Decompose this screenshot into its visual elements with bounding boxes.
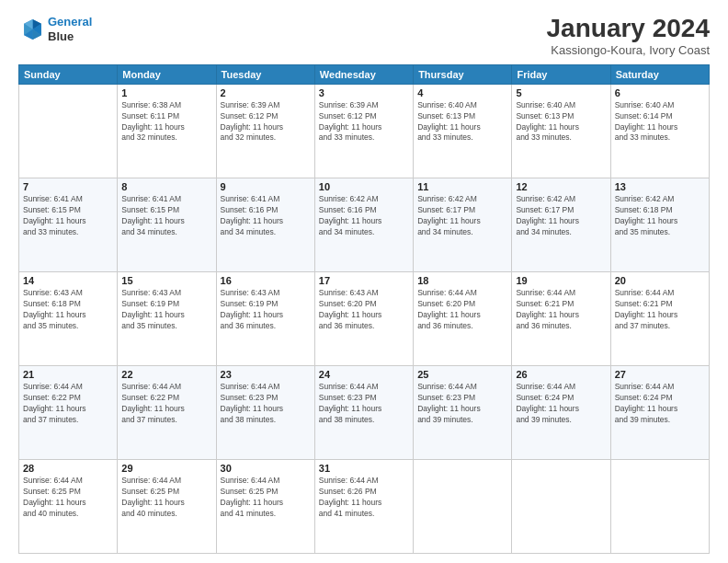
calendar-cell — [512, 459, 610, 553]
day-number: 17 — [319, 275, 409, 286]
calendar-cell: 25Sunrise: 6:44 AMSunset: 6:23 PMDayligh… — [414, 365, 512, 459]
calendar-cell — [610, 459, 709, 553]
day-number: 24 — [319, 369, 409, 380]
day-info: Sunrise: 6:43 AMSunset: 6:19 PMDaylight:… — [121, 288, 211, 332]
calendar-cell: 19Sunrise: 6:44 AMSunset: 6:21 PMDayligh… — [512, 271, 610, 365]
title-block: January 2024 Kassiongo-Koura, Ivory Coas… — [547, 15, 710, 57]
day-info: Sunrise: 6:42 AMSunset: 6:17 PMDaylight:… — [417, 194, 507, 238]
day-info: Sunrise: 6:42 AMSunset: 6:17 PMDaylight:… — [516, 194, 606, 238]
calendar-cell: 31Sunrise: 6:44 AMSunset: 6:26 PMDayligh… — [314, 459, 413, 553]
day-info: Sunrise: 6:44 AMSunset: 6:22 PMDaylight:… — [23, 382, 113, 426]
day-number: 14 — [23, 275, 113, 286]
calendar-cell: 29Sunrise: 6:44 AMSunset: 6:25 PMDayligh… — [118, 459, 216, 553]
day-number: 6 — [615, 87, 705, 98]
day-number: 18 — [417, 275, 507, 286]
day-info: Sunrise: 6:41 AMSunset: 6:15 PMDaylight:… — [121, 194, 211, 238]
calendar-cell: 14Sunrise: 6:43 AMSunset: 6:18 PMDayligh… — [19, 271, 118, 365]
day-info: Sunrise: 6:44 AMSunset: 6:25 PMDaylight:… — [23, 476, 113, 520]
day-info: Sunrise: 6:44 AMSunset: 6:21 PMDaylight:… — [516, 288, 606, 332]
calendar-cell: 30Sunrise: 6:44 AMSunset: 6:25 PMDayligh… — [216, 459, 314, 553]
calendar-week-4: 21Sunrise: 6:44 AMSunset: 6:22 PMDayligh… — [19, 365, 710, 459]
calendar-cell: 23Sunrise: 6:44 AMSunset: 6:23 PMDayligh… — [216, 365, 314, 459]
day-number: 20 — [615, 275, 705, 286]
logo-text: General Blue — [48, 15, 92, 43]
subtitle: Kassiongo-Koura, Ivory Coast — [547, 43, 710, 57]
header: General Blue January 2024 Kassiongo-Kour… — [18, 15, 710, 57]
calendar-cell: 17Sunrise: 6:43 AMSunset: 6:20 PMDayligh… — [314, 271, 413, 365]
day-info: Sunrise: 6:44 AMSunset: 6:25 PMDaylight:… — [121, 476, 211, 520]
day-info: Sunrise: 6:44 AMSunset: 6:24 PMDaylight:… — [615, 382, 705, 426]
logo-line1: General — [48, 15, 92, 29]
day-info: Sunrise: 6:39 AMSunset: 6:12 PMDaylight:… — [221, 100, 311, 144]
calendar-cell: 4Sunrise: 6:40 AMSunset: 6:13 PMDaylight… — [414, 84, 512, 178]
day-info: Sunrise: 6:42 AMSunset: 6:16 PMDaylight:… — [319, 194, 409, 238]
weekday-header-row: SundayMondayTuesdayWednesdayThursdayFrid… — [19, 64, 710, 84]
calendar-cell — [19, 84, 118, 178]
calendar-cell: 16Sunrise: 6:43 AMSunset: 6:19 PMDayligh… — [216, 271, 314, 365]
day-info: Sunrise: 6:44 AMSunset: 6:23 PMDaylight:… — [221, 382, 311, 426]
logo-icon — [18, 17, 44, 42]
calendar-cell: 18Sunrise: 6:44 AMSunset: 6:20 PMDayligh… — [414, 271, 512, 365]
day-number: 11 — [417, 181, 507, 192]
day-number: 7 — [23, 181, 113, 192]
day-number: 2 — [221, 87, 311, 98]
day-number: 3 — [319, 87, 409, 98]
day-info: Sunrise: 6:44 AMSunset: 6:20 PMDaylight:… — [417, 288, 507, 332]
calendar-cell: 24Sunrise: 6:44 AMSunset: 6:23 PMDayligh… — [314, 365, 413, 459]
day-info: Sunrise: 6:38 AMSunset: 6:11 PMDaylight:… — [121, 100, 211, 144]
day-number: 23 — [221, 369, 311, 380]
day-number: 30 — [221, 463, 311, 474]
day-number: 26 — [516, 369, 606, 380]
calendar-week-2: 7Sunrise: 6:41 AMSunset: 6:15 PMDaylight… — [19, 178, 710, 271]
day-number: 8 — [121, 181, 211, 192]
day-number: 21 — [23, 369, 113, 380]
day-number: 9 — [221, 181, 311, 192]
day-number: 1 — [121, 87, 211, 98]
day-number: 27 — [615, 369, 705, 380]
calendar-cell: 9Sunrise: 6:41 AMSunset: 6:16 PMDaylight… — [216, 178, 314, 271]
calendar-table: SundayMondayTuesdayWednesdayThursdayFrid… — [18, 64, 710, 554]
calendar-cell: 21Sunrise: 6:44 AMSunset: 6:22 PMDayligh… — [19, 365, 118, 459]
calendar-cell: 1Sunrise: 6:38 AMSunset: 6:11 PMDaylight… — [118, 84, 216, 178]
calendar-cell: 12Sunrise: 6:42 AMSunset: 6:17 PMDayligh… — [512, 178, 610, 271]
day-info: Sunrise: 6:40 AMSunset: 6:14 PMDaylight:… — [615, 100, 705, 144]
calendar-cell: 10Sunrise: 6:42 AMSunset: 6:16 PMDayligh… — [314, 178, 413, 271]
calendar-cell: 8Sunrise: 6:41 AMSunset: 6:15 PMDaylight… — [118, 178, 216, 271]
day-info: Sunrise: 6:44 AMSunset: 6:25 PMDaylight:… — [221, 476, 311, 520]
calendar-cell: 11Sunrise: 6:42 AMSunset: 6:17 PMDayligh… — [414, 178, 512, 271]
day-info: Sunrise: 6:43 AMSunset: 6:18 PMDaylight:… — [23, 288, 113, 332]
day-info: Sunrise: 6:40 AMSunset: 6:13 PMDaylight:… — [516, 100, 606, 144]
day-info: Sunrise: 6:44 AMSunset: 6:21 PMDaylight:… — [615, 288, 705, 332]
calendar-cell: 13Sunrise: 6:42 AMSunset: 6:18 PMDayligh… — [610, 178, 709, 271]
page: General Blue January 2024 Kassiongo-Kour… — [0, 0, 728, 563]
calendar-cell: 28Sunrise: 6:44 AMSunset: 6:25 PMDayligh… — [19, 459, 118, 553]
day-info: Sunrise: 6:43 AMSunset: 6:19 PMDaylight:… — [221, 288, 311, 332]
weekday-header-thursday: Thursday — [414, 64, 512, 84]
weekday-header-wednesday: Wednesday — [314, 64, 413, 84]
day-number: 19 — [516, 275, 606, 286]
day-info: Sunrise: 6:44 AMSunset: 6:23 PMDaylight:… — [417, 382, 507, 426]
day-info: Sunrise: 6:40 AMSunset: 6:13 PMDaylight:… — [417, 100, 507, 144]
day-number: 15 — [121, 275, 211, 286]
weekday-header-monday: Monday — [118, 64, 216, 84]
day-number: 28 — [23, 463, 113, 474]
calendar-cell: 22Sunrise: 6:44 AMSunset: 6:22 PMDayligh… — [118, 365, 216, 459]
calendar-cell: 7Sunrise: 6:41 AMSunset: 6:15 PMDaylight… — [19, 178, 118, 271]
day-number: 10 — [319, 181, 409, 192]
day-info: Sunrise: 6:42 AMSunset: 6:18 PMDaylight:… — [615, 194, 705, 238]
day-info: Sunrise: 6:44 AMSunset: 6:22 PMDaylight:… — [121, 382, 211, 426]
calendar-cell: 27Sunrise: 6:44 AMSunset: 6:24 PMDayligh… — [610, 365, 709, 459]
weekday-header-friday: Friday — [512, 64, 610, 84]
day-number: 25 — [417, 369, 507, 380]
calendar-cell: 6Sunrise: 6:40 AMSunset: 6:14 PMDaylight… — [610, 84, 709, 178]
calendar-week-3: 14Sunrise: 6:43 AMSunset: 6:18 PMDayligh… — [19, 271, 710, 365]
day-number: 13 — [615, 181, 705, 192]
day-info: Sunrise: 6:41 AMSunset: 6:16 PMDaylight:… — [221, 194, 311, 238]
day-info: Sunrise: 6:44 AMSunset: 6:23 PMDaylight:… — [319, 382, 409, 426]
day-number: 29 — [121, 463, 211, 474]
weekday-header-saturday: Saturday — [610, 64, 709, 84]
calendar-cell: 15Sunrise: 6:43 AMSunset: 6:19 PMDayligh… — [118, 271, 216, 365]
month-title: January 2024 — [547, 15, 710, 43]
calendar-cell: 5Sunrise: 6:40 AMSunset: 6:13 PMDaylight… — [512, 84, 610, 178]
calendar-cell: 26Sunrise: 6:44 AMSunset: 6:24 PMDayligh… — [512, 365, 610, 459]
